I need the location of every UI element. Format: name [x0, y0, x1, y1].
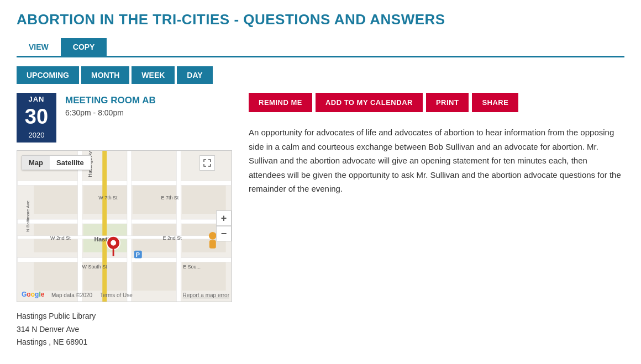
map-type-buttons: Map Satellite [22, 155, 91, 170]
map-fullscreen-btn[interactable] [199, 155, 215, 171]
svg-rect-1 [34, 183, 77, 214]
svg-text:E 2nd St: E 2nd St [162, 235, 182, 241]
map-zoom-controls: + − [216, 210, 232, 241]
svg-text:W 2nd St: W 2nd St [50, 235, 71, 241]
event-info: MEETING ROOM AB 6:30pm - 8:00pm [65, 93, 156, 117]
room-name: MEETING ROOM AB [65, 95, 156, 106]
event-day: 30 [17, 104, 56, 130]
svg-rect-11 [133, 260, 176, 291]
svg-text:E 7th St: E 7th St [161, 195, 179, 201]
svg-rect-15 [17, 257, 231, 262]
left-panel: JAN 30 2020 MEETING ROOM AB 6:30pm - 8:0… [17, 93, 232, 349]
tab-copy[interactable]: COPY [61, 38, 107, 56]
map-btn-map[interactable]: Map [22, 156, 50, 170]
event-header: JAN 30 2020 MEETING ROOM AB 6:30pm - 8:0… [17, 93, 232, 143]
event-month: JAN [17, 93, 56, 104]
svg-rect-19 [102, 151, 107, 302]
nav-upcoming[interactable]: UPCOMING [17, 66, 79, 84]
svg-rect-9 [34, 260, 77, 291]
tab-bar: VIEW COPY [17, 38, 624, 57]
svg-text:P: P [136, 251, 140, 257]
add-to-calendar-button[interactable]: ADD TO MY CALENDAR [316, 93, 423, 112]
svg-rect-4 [182, 183, 225, 214]
event-year: 2020 [17, 130, 56, 143]
remind-me-button[interactable]: REMIND ME [249, 93, 312, 112]
svg-rect-14 [17, 219, 231, 224]
svg-rect-18 [176, 151, 181, 302]
address-line2: 314 N Denver Ave [17, 323, 232, 336]
svg-text:E Sou...: E Sou... [183, 264, 201, 270]
map-report[interactable]: Report a map error [183, 292, 229, 298]
map-btn-satellite[interactable]: Satellite [50, 156, 91, 170]
event-description: An opportunity for advocates of life and… [249, 125, 624, 196]
svg-point-35 [209, 232, 217, 240]
share-button[interactable]: SHARE [472, 93, 518, 112]
tab-view[interactable]: VIEW [17, 38, 61, 56]
svg-rect-17 [127, 151, 132, 302]
action-buttons: REMIND ME ADD TO MY CALENDAR PRINT SHARE [249, 93, 624, 112]
google-logo: Google [22, 291, 44, 298]
svg-text:W South St: W South St [82, 264, 108, 270]
address-info: Hastings Public Library 314 N Denver Ave… [17, 310, 232, 349]
nav-day[interactable]: DAY [177, 66, 212, 84]
map-container: W 7th St E 7th St W 2nd St E 2nd St W So… [17, 150, 232, 302]
nav-month[interactable]: MONTH [81, 66, 129, 84]
nav-week[interactable]: WEEK [132, 66, 175, 84]
svg-text:W 7th St: W 7th St [98, 195, 118, 201]
svg-rect-36 [209, 240, 216, 249]
right-panel: REMIND ME ADD TO MY CALENDAR PRINT SHARE… [249, 93, 624, 349]
svg-point-33 [111, 240, 116, 246]
page-title: ABORTION IN THE TRI-CITIES - QUESTIONS A… [17, 11, 624, 28]
svg-rect-20 [17, 236, 231, 239]
map-data-label: Map data ©2020 [51, 292, 92, 298]
map-zoom-in[interactable]: + [216, 210, 232, 226]
svg-text:N Baltimore Ave: N Baltimore Ave [25, 200, 30, 231]
map-zoom-out[interactable]: − [216, 226, 232, 241]
date-badge: JAN 30 2020 [17, 93, 56, 143]
svg-rect-16 [78, 151, 82, 302]
svg-rect-13 [17, 181, 231, 185]
nav-buttons: UPCOMING MONTH WEEK DAY [17, 66, 624, 84]
map-terms[interactable]: Terms of Use [100, 292, 133, 298]
content-area: JAN 30 2020 MEETING ROOM AB 6:30pm - 8:0… [17, 93, 624, 349]
map-svg: W 7th St E 7th St W 2nd St E 2nd St W So… [17, 151, 232, 302]
address-line3: Hastings , NE 68901 [17, 336, 232, 349]
event-time: 6:30pm - 8:00pm [65, 108, 156, 117]
address-line1: Hastings Public Library [17, 310, 232, 323]
print-button[interactable]: PRINT [426, 93, 469, 112]
